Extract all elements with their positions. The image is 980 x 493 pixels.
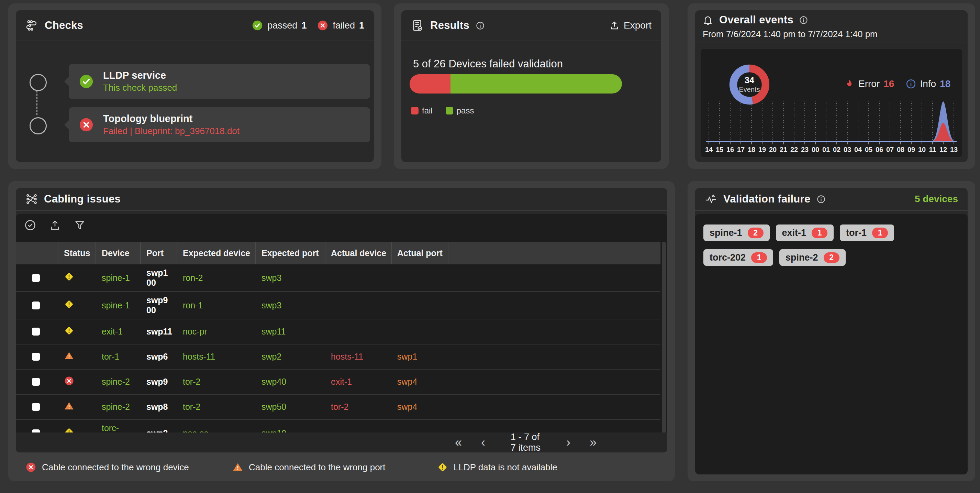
chip-device-name: spine-2 [786,252,818,263]
device-chip[interactable]: torc-2021 [703,249,773,266]
column-header-status[interactable]: Status [59,242,96,264]
pagination-label: 1 - 7 of 7 items [511,432,541,452]
device-cell[interactable]: tor-1 [96,348,141,365]
device-chip[interactable]: spine-12 [703,225,770,241]
check-item-passed[interactable]: LLDP serviceThis check passed [69,64,370,99]
row-checkbox[interactable] [32,353,40,361]
device-chip[interactable]: exit-11 [776,225,834,241]
row-checkbox[interactable] [32,302,40,310]
row-checkbox[interactable] [32,274,40,282]
svg-text:06: 06 [875,146,883,153]
device-cell[interactable]: exit-1 [96,323,141,340]
warning-diamond-icon [64,299,74,310]
device-cell[interactable]: torc- 202 [96,420,141,433]
select-column-header [16,242,59,264]
first-page-button[interactable]: « [455,436,462,449]
failed-badge: failed 1 [317,19,364,31]
timeline-connector [37,91,37,115]
column-header-port[interactable]: Port [141,242,177,264]
row-spacer [449,404,660,410]
fail-bar-segment [410,74,450,94]
check-item-failed[interactable]: Topology blueprintFailed | Blueprint: bp… [69,107,370,142]
passed-label: passed [267,20,297,31]
expected-device-cell: ron-1 [177,297,256,314]
expected-port-cell: swp10 [256,425,325,434]
device-chip[interactable]: tor-11 [840,225,894,241]
row-spacer [449,328,660,335]
expected-port-cell: swp40 [256,373,325,390]
events-legend: Error 16 Info 18 [844,78,950,89]
expected-port-cell: swp3 [256,270,325,286]
table-scrollbar[interactable] [662,242,666,433]
port-cell: swp8 [141,399,177,415]
pagination-bar: « ‹ 1 - 7 of 7 items › » [16,432,667,452]
row-checkbox[interactable] [32,378,40,386]
svg-text:00: 00 [811,146,819,153]
table-row[interactable]: spine-2swp8tor-2swp50tor-2swp4 [16,395,660,420]
legend-item-warning-triangle: Cable connected to the wrong port [232,459,385,475]
svg-text:20: 20 [769,146,776,153]
column-header-expected-port[interactable]: Expected port [256,242,325,264]
device-cell[interactable]: spine-1 [96,270,141,286]
column-header-spacer [449,242,660,264]
validation-dashboard: Checks passed 1 failed 1 [0,0,980,493]
chip-failure-count: 1 [811,228,827,238]
table-row[interactable]: spine-1swp1 00ron-2swp3 [16,264,660,292]
table-row[interactable]: spine-1swp9 00ron-1swp3 [16,292,660,319]
checks-panel-header: Checks passed 1 failed 1 [16,10,374,41]
expected-device-cell: noc-se [177,425,256,434]
row-checkbox[interactable] [32,328,40,335]
column-header-expected-device[interactable]: Expected device [177,242,256,264]
table-row[interactable]: exit-1swp11noc-prswp11 [16,319,660,345]
actual-port-cell: swp1 [392,348,449,365]
svg-text:18: 18 [748,146,755,153]
expected-port-cell: swp11 [256,323,325,340]
check-item-title: Topology blueprint [103,113,240,124]
svg-text:02: 02 [833,146,840,153]
port-cell: swp9 00 [141,292,177,319]
row-spacer [449,302,660,309]
device-cell[interactable]: spine-1 [96,297,141,314]
table-row[interactable]: tor-1swp6hosts-11swp2hosts-11swp1 [16,345,660,370]
select-all-icon[interactable] [24,219,37,231]
previous-page-button[interactable]: ‹ [481,436,485,449]
table-row[interactable]: spine-2swp9tor-2swp40exit-1swp4 [16,370,660,395]
column-header-actual-device[interactable]: Actual device [325,242,392,264]
last-page-button[interactable]: » [590,436,597,449]
timeline-node [30,117,47,134]
device-cell[interactable]: spine-2 [96,399,141,415]
expected-device-cell: hosts-11 [177,348,256,365]
error-label: Error [858,78,880,89]
pass-bar-segment [450,74,622,94]
actual-port-cell [392,274,449,281]
svg-text:23: 23 [801,146,808,153]
actual-device-cell [325,328,392,335]
results-info-icon[interactable] [476,21,485,30]
actual-port-cell: swp4 [392,399,449,415]
expected-port-cell: swp50 [256,399,325,415]
validation-failure-panel: Validation failure 5 devices spine-12exi… [687,181,975,481]
next-page-button[interactable]: › [566,436,570,449]
events-total-label: Events [739,86,760,94]
error-count: 16 [883,78,894,89]
actual-device-cell: tor-2 [325,399,392,415]
filter-icon[interactable] [73,219,86,231]
svg-text:01: 01 [822,146,830,153]
checks-panel: Checks passed 1 failed 1 [8,3,382,169]
events-info-icon[interactable] [799,16,808,25]
pass-fail-bar [410,74,622,94]
table-row[interactable]: torc- 202swp2noc-seswp10 [16,420,660,433]
device-cell[interactable]: spine-2 [96,373,141,390]
svg-text:15: 15 [716,146,723,153]
validation-info-icon[interactable] [816,195,826,204]
column-header-device[interactable]: Device [96,242,141,264]
export-button[interactable]: Export [609,20,652,31]
device-chip[interactable]: spine-22 [780,249,846,266]
export-table-icon[interactable] [49,219,61,231]
row-checkbox[interactable] [32,403,40,411]
validation-panel-header: Validation failure 5 devices [695,188,967,211]
svg-text:16: 16 [726,146,734,153]
validation-title: Validation failure [723,193,810,205]
column-header-actual-port[interactable]: Actual port [392,242,449,264]
expected-device-cell: noc-pr [177,323,256,340]
